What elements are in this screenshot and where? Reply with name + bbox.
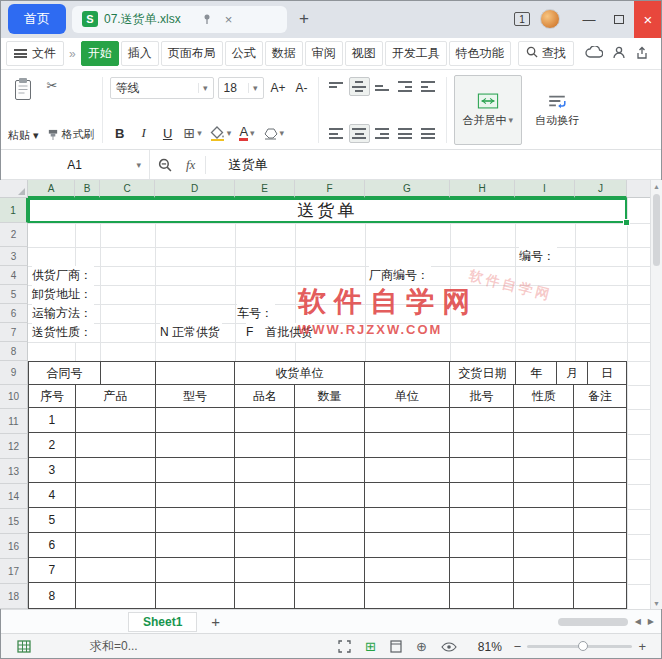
table-cell[interactable] (514, 458, 574, 482)
table-cell[interactable] (295, 458, 365, 482)
cell-name-box[interactable]: A1▾ (0, 150, 150, 179)
font-size-select[interactable]: 18▾ (218, 77, 264, 99)
increase-font-button[interactable]: A+ (268, 81, 289, 95)
add-sheet-button[interactable]: + (211, 613, 220, 630)
row-header-5[interactable]: 5 (0, 285, 28, 304)
serial-cell-8[interactable]: 8 (29, 583, 76, 608)
menu-tab-7[interactable]: 视图 (345, 41, 383, 66)
form-label-number[interactable]: 编号： (519, 247, 557, 266)
table-cell[interactable] (365, 583, 450, 608)
table-cell[interactable] (76, 558, 156, 582)
form-label-vehicle[interactable]: 车号： (237, 304, 275, 323)
table-column-header-9[interactable]: 备注 (574, 385, 626, 407)
user-avatar[interactable] (540, 9, 560, 29)
table-cell[interactable] (235, 433, 295, 457)
horizontal-scroll-thumb[interactable] (558, 618, 628, 626)
vertical-scroll-thumb[interactable] (653, 194, 660, 266)
row-header-16[interactable]: 16 (0, 534, 28, 559)
table-cell[interactable] (574, 408, 626, 432)
column-header-F[interactable]: F (295, 180, 365, 198)
menu-tab-4[interactable]: 公式 (225, 41, 263, 66)
new-tab-button[interactable]: + (299, 9, 309, 29)
table-cell[interactable] (450, 483, 515, 507)
table-column-header-4[interactable]: 品名 (235, 385, 295, 407)
align-right-button[interactable] (372, 124, 393, 143)
form-label-supplier[interactable]: 供货厂商： (32, 266, 94, 285)
column-header-J[interactable]: J (575, 180, 627, 198)
year-cell[interactable]: 年 (516, 362, 557, 384)
table-cell[interactable] (365, 508, 450, 532)
row-header-1[interactable]: 1 (0, 198, 28, 223)
table-cell[interactable] (514, 533, 574, 557)
form-label-normal[interactable]: N 正常供货 (160, 323, 222, 342)
table-cell[interactable] (450, 508, 515, 532)
row-header-17[interactable]: 17 (0, 559, 28, 584)
table-cell[interactable] (574, 458, 626, 482)
table-cell[interactable] (235, 583, 295, 608)
decrease-font-button[interactable]: A- (293, 81, 311, 95)
cloud-sync-icon[interactable] (585, 46, 603, 61)
menu-tab-9[interactable]: 特色功能 (449, 41, 511, 66)
column-header-B[interactable]: B (75, 180, 100, 198)
table-cell[interactable] (514, 408, 574, 432)
table-cell[interactable] (235, 458, 295, 482)
table-cell[interactable] (235, 408, 295, 432)
row-header-4[interactable]: 4 (0, 266, 28, 285)
menu-tab-5[interactable]: 数据 (265, 41, 303, 66)
collaborate-icon[interactable] (612, 46, 626, 62)
minimize-button[interactable]: — (574, 0, 604, 38)
scroll-up-icon[interactable]: ▲ (651, 180, 662, 192)
table-cell[interactable] (450, 458, 515, 482)
align-bottom-button[interactable] (372, 77, 393, 96)
home-tab[interactable]: 首页 (8, 4, 66, 34)
serial-cell-1[interactable]: 1 (29, 408, 76, 432)
table-cell[interactable] (235, 533, 295, 557)
tab-close-icon[interactable]: × (225, 12, 233, 27)
row-header-7[interactable]: 7 (0, 323, 28, 342)
table-cell[interactable] (514, 583, 574, 608)
serial-cell-3[interactable]: 3 (29, 458, 76, 482)
merged-title-cell-A1[interactable]: 送货单 (28, 198, 627, 223)
decrease-indent-button[interactable] (395, 77, 416, 96)
distribute-button[interactable] (418, 124, 439, 143)
row-header-18[interactable]: 18 (0, 584, 28, 609)
row-header-6[interactable]: 6 (0, 304, 28, 323)
scroll-down-icon[interactable]: ▼ (651, 597, 662, 609)
menu-tab-1[interactable]: 开始 (81, 41, 119, 66)
menu-tab-3[interactable]: 页面布局 (161, 41, 223, 66)
table-cell[interactable] (574, 433, 626, 457)
page-layout-view-icon[interactable] (390, 640, 402, 653)
table-cell[interactable] (514, 483, 574, 507)
table-cell[interactable] (156, 408, 236, 432)
table-cell[interactable] (365, 362, 450, 384)
pin-icon[interactable] (201, 13, 213, 25)
spreadsheet-grid[interactable]: ABCDEFGHIJ123456789101112131415161718编号：… (0, 180, 662, 609)
table-cell[interactable] (156, 508, 236, 532)
zoom-out-button[interactable]: − (514, 639, 522, 654)
table-cell[interactable] (365, 558, 450, 582)
table-cell[interactable] (295, 483, 365, 507)
form-label-transport[interactable]: 运输方法： (32, 304, 94, 323)
bold-button[interactable]: B (110, 123, 130, 143)
form-label-nature[interactable]: 送货性质： (32, 323, 94, 342)
font-color-button[interactable]: A▾ (237, 126, 256, 141)
menu-tab-6[interactable]: 审阅 (305, 41, 343, 66)
align-center-button[interactable] (349, 124, 370, 143)
column-header-G[interactable]: G (365, 180, 450, 198)
delivery-date-cell[interactable]: 交货日期 (450, 362, 517, 384)
table-cell[interactable] (76, 458, 156, 482)
borders-button[interactable]: ⊞▾ (182, 125, 204, 141)
table-cell[interactable] (76, 433, 156, 457)
table-cell[interactable] (365, 433, 450, 457)
row-header-10[interactable]: 10 (0, 385, 28, 409)
merge-center-button[interactable]: 合并居中▾ (454, 75, 523, 145)
fit-screen-icon[interactable] (338, 640, 351, 653)
column-header-I[interactable]: I (515, 180, 575, 198)
align-left-button[interactable] (326, 124, 347, 143)
table-cell[interactable] (156, 483, 236, 507)
scroll-left-icon[interactable]: ◀ (635, 617, 641, 626)
fill-color-button[interactable]: ▾ (208, 126, 234, 141)
table-cell[interactable] (235, 483, 295, 507)
row-header-13[interactable]: 13 (0, 459, 28, 484)
row-header-8[interactable]: 8 (0, 342, 28, 361)
